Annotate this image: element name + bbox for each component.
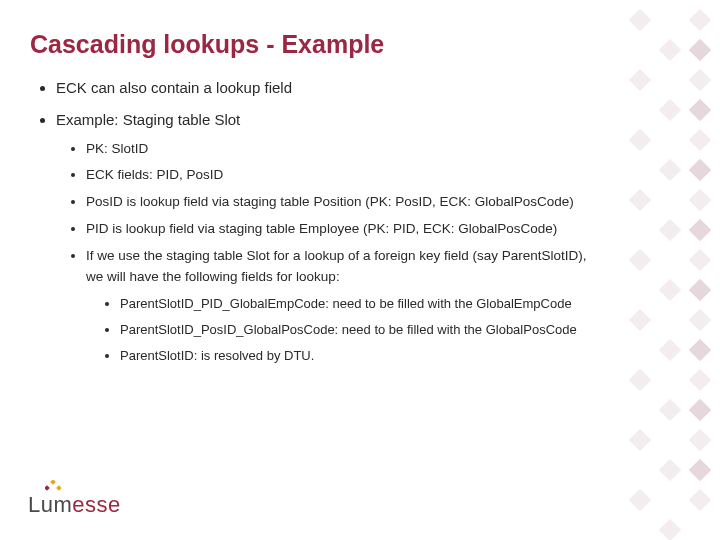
- bullet-item: If we use the staging table Slot for a l…: [86, 246, 590, 366]
- slide-content: Cascading lookups - Example ECK can also…: [30, 30, 590, 376]
- bullet-item: Example: Staging table Slot PK: SlotID E…: [56, 109, 590, 367]
- svg-rect-3: [56, 485, 61, 491]
- brand-logo: Lumesse: [28, 492, 121, 518]
- bullet-item: PID is lookup field via staging table Em…: [86, 219, 590, 240]
- bullet-list-level2: PK: SlotID ECK fields: PID, PosID PosID …: [56, 139, 590, 367]
- bullet-text: Example: Staging table Slot: [56, 111, 240, 128]
- bullet-item: PosID is lookup field via staging table …: [86, 192, 590, 213]
- bullet-text: If we use the staging table Slot for a l…: [86, 248, 587, 284]
- slide-title: Cascading lookups - Example: [30, 30, 590, 59]
- bullet-item: ParentSlotID_PID_GlobalEmpCode: need to …: [120, 294, 590, 314]
- bullet-item: ParentSlotID_PosID_GlobalPosCode: need t…: [120, 320, 590, 340]
- logo-part1: Lum: [28, 492, 72, 517]
- bullet-list-level3: ParentSlotID_PID_GlobalEmpCode: need to …: [86, 294, 590, 366]
- bullet-item: ECK fields: PID, PosID: [86, 165, 590, 186]
- bullet-list-level1: ECK can also contain a lookup field Exam…: [30, 77, 590, 366]
- logo-text: Lumesse: [28, 492, 121, 518]
- bullet-item: ECK can also contain a lookup field: [56, 77, 590, 99]
- bullet-item: PK: SlotID: [86, 139, 590, 160]
- svg-rect-2: [45, 485, 50, 491]
- bullet-item: ParentSlotID: is resolved by DTU.: [120, 346, 590, 366]
- logo-part2: esse: [72, 492, 120, 517]
- svg-rect-1: [50, 480, 56, 485]
